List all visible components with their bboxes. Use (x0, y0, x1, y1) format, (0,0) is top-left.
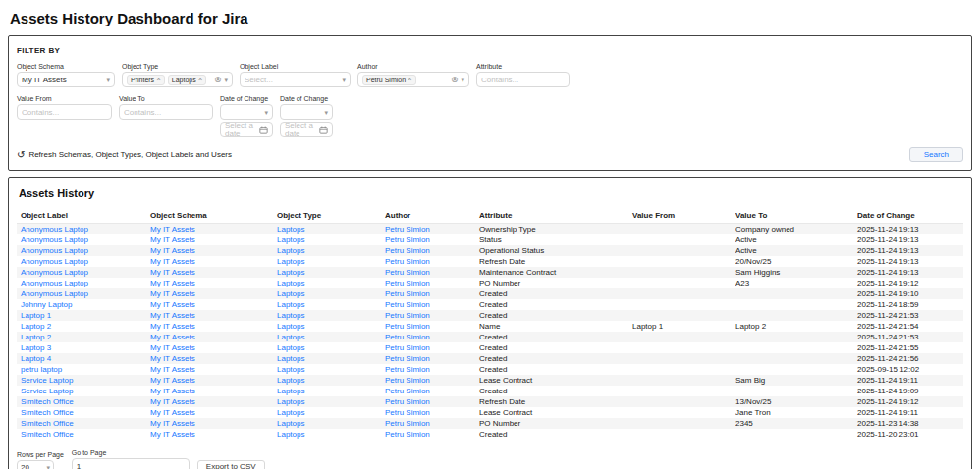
cell-link[interactable]: Service Laptop (21, 376, 73, 385)
value-from-input[interactable] (17, 104, 112, 120)
cell-link[interactable]: Petru Simion (385, 387, 430, 395)
cell-link[interactable]: Petru Simion (385, 397, 430, 406)
cell-link[interactable]: My IT Assets (150, 408, 195, 417)
cell-link[interactable]: Petru Simion (385, 376, 430, 385)
cell-link[interactable]: Laptops (277, 311, 304, 320)
cell-link[interactable]: Laptops (277, 289, 304, 298)
cell-link[interactable]: Laptop 3 (21, 343, 51, 352)
cell-link[interactable]: My IT Assets (150, 376, 195, 385)
cell-link[interactable]: My IT Assets (150, 397, 195, 406)
value-to-input[interactable] (119, 104, 213, 120)
cell-link[interactable]: My IT Assets (150, 257, 195, 266)
cell-link[interactable]: Laptop 2 (21, 322, 51, 331)
cell-link[interactable]: Laptops (277, 397, 304, 406)
cell-link[interactable]: My IT Assets (150, 333, 195, 341)
cell-link[interactable]: Petru Simion (385, 225, 430, 234)
clear-all-icon[interactable]: ⊗ (451, 76, 459, 84)
cell-link[interactable]: Laptops (277, 246, 304, 255)
cell-link[interactable]: Petru Simion (385, 311, 430, 320)
cell-link[interactable]: Laptops (277, 419, 304, 428)
cell-link[interactable]: Anonymous Laptop (21, 246, 88, 255)
cell-link[interactable]: Anonymous Laptop (21, 289, 88, 298)
cell-link[interactable]: My IT Assets (150, 365, 195, 374)
cell-link[interactable]: My IT Assets (150, 289, 195, 298)
cell-link[interactable]: My IT Assets (150, 311, 195, 320)
rows-per-page-select[interactable]: 20 ▾ (17, 460, 54, 469)
tag-close-icon[interactable]: × (156, 76, 161, 83)
cell-link[interactable]: My IT Assets (150, 419, 195, 428)
date-from-operator-select[interactable]: ▾ (220, 104, 273, 120)
cell-link[interactable]: Petru Simion (385, 430, 430, 439)
cell-link[interactable]: Petru Simion (385, 246, 430, 255)
cell-link[interactable]: Laptops (277, 333, 304, 341)
object-schema-select[interactable]: My IT Assets ▾ (17, 72, 115, 87)
cell-link[interactable]: Petru Simion (385, 235, 430, 244)
cell-link[interactable]: Laptop 1 (21, 311, 51, 320)
cell-link[interactable]: Laptops (277, 322, 304, 331)
attribute-input[interactable] (476, 72, 570, 87)
cell-link[interactable]: Laptops (277, 235, 304, 244)
cell-link[interactable]: Simitech Office (21, 419, 74, 428)
tag-close-icon[interactable]: × (408, 76, 412, 83)
cell-link[interactable]: My IT Assets (150, 279, 195, 287)
cell-link[interactable]: My IT Assets (150, 322, 195, 331)
cell-link[interactable]: Anonymous Laptop (21, 257, 88, 266)
cell-link[interactable]: Simitech Office (21, 408, 74, 417)
cell-link[interactable]: Petru Simion (385, 257, 430, 266)
cell-link[interactable]: Simitech Office (21, 430, 74, 439)
cell-link[interactable]: Anonymous Laptop (21, 225, 88, 234)
cell-link[interactable]: Laptop 2 (21, 333, 51, 341)
cell-link[interactable]: My IT Assets (150, 430, 195, 439)
cell-link[interactable]: My IT Assets (150, 300, 195, 309)
cell-link[interactable]: Simitech Office (21, 397, 74, 406)
cell-link[interactable]: Laptops (277, 279, 304, 287)
cell-link[interactable]: Laptops (277, 408, 304, 417)
cell-link[interactable]: My IT Assets (150, 235, 195, 244)
cell-link[interactable]: Laptops (277, 268, 304, 277)
cell-link[interactable]: Petru Simion (385, 322, 430, 331)
date-to-operator-select[interactable]: ▾ (280, 104, 333, 120)
author-multiselect[interactable]: Petru Simion × ⊗ ▾ (357, 72, 469, 87)
refresh-link[interactable]: ↺ Refresh Schemas, Object Types, Object … (17, 150, 232, 160)
cell-link[interactable]: Petru Simion (385, 279, 430, 287)
cell-link[interactable]: Petru Simion (385, 268, 430, 277)
go-to-page-input[interactable] (72, 458, 190, 469)
cell-link[interactable]: Anonymous Laptop (21, 279, 88, 287)
cell-link[interactable]: Petru Simion (385, 343, 430, 352)
cell-link[interactable]: Laptops (277, 343, 304, 352)
object-type-multiselect[interactable]: Printers × Laptops × ⊗ ▾ (122, 72, 233, 87)
tag-close-icon[interactable]: × (198, 76, 203, 83)
cell-link[interactable]: petru laptop (21, 365, 62, 374)
cell-link[interactable]: Laptops (277, 257, 304, 266)
cell-link[interactable]: Laptops (277, 300, 304, 309)
clear-all-icon[interactable]: ⊗ (214, 76, 222, 84)
cell-link[interactable]: Laptops (277, 354, 304, 363)
cell-link[interactable]: Laptops (277, 387, 304, 395)
cell-link[interactable]: My IT Assets (150, 225, 195, 234)
cell-link[interactable]: Petru Simion (385, 408, 430, 417)
cell-link[interactable]: Laptops (277, 376, 304, 385)
cell-link[interactable]: Petru Simion (385, 419, 430, 428)
cell-link[interactable]: My IT Assets (150, 387, 195, 395)
cell-link[interactable]: My IT Assets (150, 354, 195, 363)
cell-link[interactable]: Laptops (277, 365, 304, 374)
cell-link[interactable]: Johnny Laptop (21, 300, 73, 309)
date-to-picker[interactable]: Select a date (280, 122, 333, 137)
cell-link[interactable]: Laptops (277, 430, 304, 439)
search-button[interactable]: Search (909, 147, 963, 162)
export-csv-button[interactable]: Export to CSV (197, 460, 265, 469)
cell-link[interactable]: Anonymous Laptop (21, 235, 88, 244)
cell-link[interactable]: Petru Simion (385, 300, 430, 309)
cell-link[interactable]: My IT Assets (150, 268, 195, 277)
cell-link[interactable]: My IT Assets (150, 246, 195, 255)
cell-link[interactable]: Laptop 4 (21, 354, 51, 363)
object-label-select[interactable]: Select... ▾ (240, 72, 351, 87)
date-from-picker[interactable]: Select a date (220, 122, 273, 137)
cell-link[interactable]: Petru Simion (385, 289, 430, 298)
cell-link[interactable]: My IT Assets (150, 343, 195, 352)
cell-link[interactable]: Petru Simion (385, 365, 430, 374)
cell-link[interactable]: Laptops (277, 225, 304, 234)
cell-link[interactable]: Petru Simion (385, 333, 430, 341)
cell-link[interactable]: Petru Simion (385, 354, 430, 363)
cell-link[interactable]: Service Laptop (21, 387, 73, 395)
